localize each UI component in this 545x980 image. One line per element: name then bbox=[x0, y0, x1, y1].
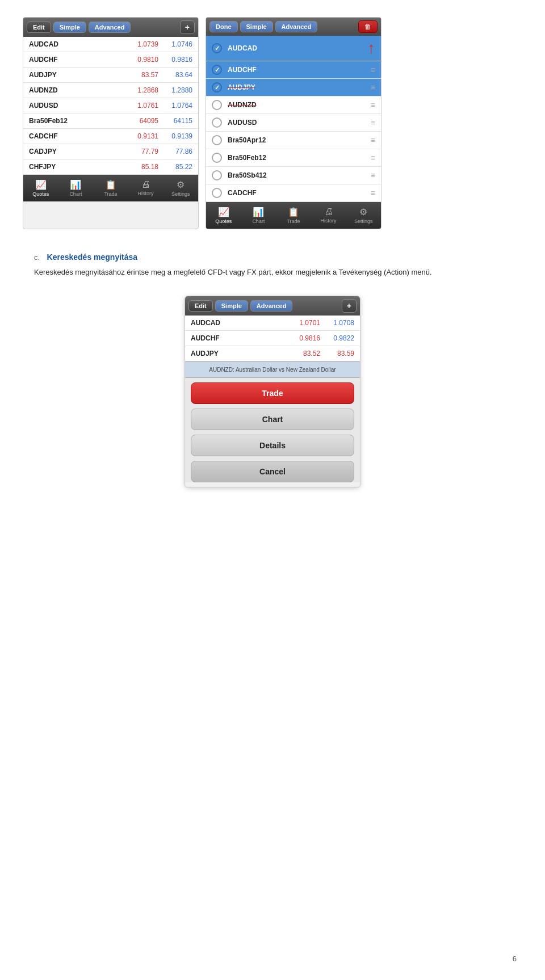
checkbox-audjpy[interactable] bbox=[212, 82, 222, 92]
section-title: Kereskedés megnyitása bbox=[47, 253, 138, 262]
chart-icon: 📊 bbox=[70, 179, 81, 190]
edit-row-audcad[interactable]: AUDCAD ↑ bbox=[206, 36, 381, 61]
checkbox-bra50apr12[interactable] bbox=[212, 135, 222, 145]
trade-icon: 📋 bbox=[105, 179, 116, 190]
edit-row-audusd[interactable]: AUDUSD ≡ bbox=[206, 114, 381, 132]
table-row[interactable]: CADCHF 0.9131 0.9139 bbox=[23, 129, 198, 144]
advanced-button-right[interactable]: Advanced bbox=[275, 21, 318, 32]
nav-history-left[interactable]: 🖨 History bbox=[128, 178, 164, 199]
nav-settings-left[interactable]: ⚙ Settings bbox=[163, 178, 198, 199]
advanced-button-left[interactable]: Advanced bbox=[89, 22, 131, 33]
checkbox-audnzd[interactable] bbox=[212, 100, 222, 110]
bottom-screenshot-container: Edit Simple Advanced + AUDCAD 1.0701 1.0… bbox=[23, 296, 522, 487]
plus-button-left[interactable]: + bbox=[180, 20, 195, 34]
bottom-table-row-audjpy[interactable]: AUDJPY 83.52 83.59 bbox=[185, 346, 360, 361]
nav-chart-left[interactable]: 📊 Chart bbox=[58, 178, 94, 199]
nav-trade-label: Trade bbox=[104, 191, 117, 197]
simple-button-left[interactable]: Simple bbox=[53, 22, 86, 33]
quotes-icon-right: 📈 bbox=[218, 207, 229, 217]
nav-settings-label: Settings bbox=[171, 191, 190, 197]
right-bottom-nav: 📈 Quotes 📊 Chart 📋 Trade 🖨 History ⚙ Set… bbox=[206, 202, 381, 229]
edit-button[interactable]: Edit bbox=[27, 22, 51, 33]
bottom-simple-button[interactable]: Simple bbox=[215, 300, 248, 312]
edit-row-audnzd[interactable]: AUDNZD ≡ bbox=[206, 96, 381, 114]
reorder-handle-8: ≡ bbox=[371, 188, 375, 197]
checkbox-audusd[interactable] bbox=[212, 117, 222, 128]
left-panel: Edit Simple Advanced + AUDCAD 1.0739 1.0… bbox=[23, 17, 199, 229]
right-edit-table: AUDCAD ↑ AUDCHF ≡ AUDJPY ≡ AUDNZD ≡ bbox=[206, 36, 381, 202]
edit-row-audchf[interactable]: AUDCHF ≡ bbox=[206, 61, 381, 79]
bottom-panel: Edit Simple Advanced + AUDCAD 1.0701 1.0… bbox=[185, 296, 360, 487]
right-panel: Done Simple Advanced 🗑 AUDCAD ↑ AUDCHF ≡… bbox=[206, 17, 382, 229]
table-row[interactable]: AUDNZD 1.2868 1.2880 bbox=[23, 83, 198, 98]
nav-trade-left[interactable]: 📋 Trade bbox=[93, 178, 128, 199]
checkbox-bra50sb412[interactable] bbox=[212, 170, 222, 180]
bottom-quote-table: AUDCAD 1.0701 1.0708 AUDCHF 0.9816 0.982… bbox=[185, 316, 360, 361]
checkbox-audchf[interactable] bbox=[212, 65, 222, 75]
trade-icon-right: 📋 bbox=[288, 207, 299, 217]
nav-history-label-right: History bbox=[321, 218, 337, 224]
simple-button-right[interactable]: Simple bbox=[240, 21, 273, 32]
nav-quotes-left[interactable]: 📈 Quotes bbox=[23, 178, 58, 199]
left-quote-table: AUDCAD 1.0739 1.0746 AUDCHF 0.9810 0.981… bbox=[23, 37, 198, 175]
bottom-advanced-button[interactable]: Advanced bbox=[250, 300, 293, 312]
table-row[interactable]: AUDJPY 83.57 83.64 bbox=[23, 68, 198, 83]
section-text: Kereskedés megnyitásához érintse meg a m… bbox=[34, 267, 522, 279]
nav-quotes-right[interactable]: 📈 Quotes bbox=[206, 205, 241, 226]
nav-chart-label: Chart bbox=[69, 191, 82, 197]
reorder-handle-7: ≡ bbox=[371, 171, 375, 180]
reorder-handle-2: ≡ bbox=[371, 83, 375, 92]
edit-row-bra50apr12[interactable]: Bra50Apr12 ≡ bbox=[206, 132, 381, 149]
left-toolbar: Edit Simple Advanced + bbox=[23, 18, 198, 37]
page-number: 6 bbox=[513, 954, 517, 963]
nav-chart-right[interactable]: 📊 Chart bbox=[241, 205, 276, 226]
chart-button[interactable]: Chart bbox=[191, 409, 354, 430]
trade-button[interactable]: Trade bbox=[191, 382, 354, 404]
reorder-handle-3: ≡ bbox=[371, 100, 375, 110]
checkbox-audcad[interactable] bbox=[212, 43, 222, 53]
screenshots-row: Edit Simple Advanced + AUDCAD 1.0739 1.0… bbox=[23, 17, 522, 229]
nav-quotes-label: Quotes bbox=[32, 191, 49, 197]
table-row[interactable]: CHFJPY 85.18 85.22 bbox=[23, 159, 198, 175]
nav-chart-label-right: Chart bbox=[252, 218, 265, 224]
left-bottom-nav: 📈 Quotes 📊 Chart 📋 Trade 🖨 History ⚙ Set… bbox=[23, 175, 198, 201]
bottom-toolbar: Edit Simple Advanced + bbox=[185, 296, 360, 316]
reorder-handle-4: ≡ bbox=[371, 118, 375, 127]
edit-row-cadchf[interactable]: CADCHF ≡ bbox=[206, 184, 381, 202]
checkbox-cadchf[interactable] bbox=[212, 188, 222, 198]
trash-button[interactable]: 🗑 bbox=[358, 20, 378, 33]
table-row[interactable]: Bra50Feb12 64095 64115 bbox=[23, 113, 198, 129]
edit-row-bra50feb12[interactable]: Bra50Feb12 ≡ bbox=[206, 149, 381, 167]
reorder-handle-5: ≡ bbox=[371, 136, 375, 145]
table-row[interactable]: AUDCHF 0.9810 0.9816 bbox=[23, 52, 198, 68]
bottom-plus-button[interactable]: + bbox=[342, 299, 357, 313]
nav-quotes-label-right: Quotes bbox=[215, 218, 232, 224]
nav-history-right[interactable]: 🖨 History bbox=[311, 205, 346, 226]
action-menu: AUDNZD: Australian Dollar vs New Zealand… bbox=[185, 361, 360, 482]
nav-trade-label-right: Trade bbox=[287, 218, 300, 224]
bottom-table-row-audchf[interactable]: AUDCHF 0.9816 0.9822 bbox=[185, 331, 360, 346]
settings-icon: ⚙ bbox=[177, 179, 185, 190]
cancel-button[interactable]: Cancel bbox=[191, 461, 354, 482]
nav-trade-right[interactable]: 📋 Trade bbox=[276, 205, 311, 226]
bottom-table-row-audcad[interactable]: AUDCAD 1.0701 1.0708 bbox=[185, 316, 360, 331]
done-button[interactable]: Done bbox=[209, 21, 238, 32]
section-letter: c. bbox=[34, 253, 40, 262]
edit-row-audjpy[interactable]: AUDJPY ≡ bbox=[206, 79, 381, 96]
nav-settings-label-right: Settings bbox=[354, 218, 373, 224]
table-row[interactable]: AUDUSD 1.0761 1.0764 bbox=[23, 98, 198, 113]
history-icon-right: 🖨 bbox=[324, 207, 333, 217]
table-row[interactable]: AUDCAD 1.0739 1.0746 bbox=[23, 37, 198, 52]
bottom-edit-button[interactable]: Edit bbox=[188, 300, 213, 312]
up-arrow-icon: ↑ bbox=[367, 39, 375, 57]
settings-icon-right: ⚙ bbox=[359, 207, 367, 217]
edit-row-bra50sb412[interactable]: Bra50Sb412 ≡ bbox=[206, 167, 381, 184]
right-toolbar: Done Simple Advanced 🗑 bbox=[206, 18, 381, 36]
reorder-handle: ≡ bbox=[371, 65, 375, 74]
table-row[interactable]: CADJPY 77.79 77.86 bbox=[23, 144, 198, 159]
nav-settings-right[interactable]: ⚙ Settings bbox=[346, 205, 381, 226]
checkbox-bra50feb12[interactable] bbox=[212, 153, 222, 163]
chart-icon-right: 📊 bbox=[253, 207, 264, 217]
quotes-icon: 📈 bbox=[35, 179, 47, 190]
details-button[interactable]: Details bbox=[191, 435, 354, 456]
